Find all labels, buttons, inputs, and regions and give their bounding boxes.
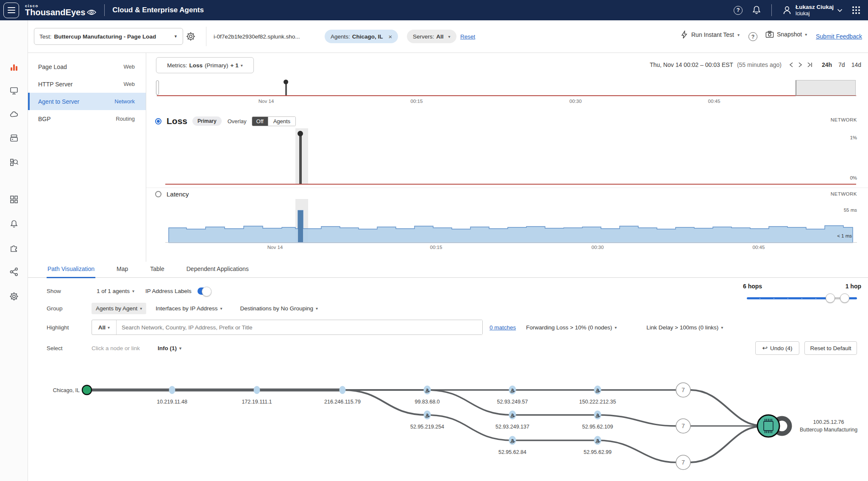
info-select[interactable]: Info (1)▾ xyxy=(158,345,181,351)
loss-spike-bar xyxy=(299,134,302,184)
user-menu[interactable]: Łukasz Ciukaj lciukaj xyxy=(782,4,843,17)
hops-slider-handle-left[interactable] xyxy=(826,293,835,303)
path-node-amazon[interactable]: a xyxy=(594,436,601,445)
rail-internet-insights-icon[interactable] xyxy=(6,154,22,171)
highlight-row: Highlight All▾ 0 matches Forwarding Loss… xyxy=(28,319,833,335)
rail-cloud-icon[interactable] xyxy=(6,106,22,123)
metrics-selector-button[interactable]: Metrics: Loss (Primary) + 1 ▾ xyxy=(156,57,254,73)
test-settings-gear-icon[interactable] xyxy=(186,31,196,41)
path-node-label: 172.19.111.1 xyxy=(242,399,272,405)
path-node-amazon[interactable]: a xyxy=(509,386,516,395)
caret-down-icon: ▾ xyxy=(805,32,807,37)
submit-feedback-link[interactable]: Submit Feedback xyxy=(816,33,862,40)
brush-selection-region[interactable] xyxy=(796,80,856,96)
metric-type: Routing xyxy=(116,116,135,122)
metric-item-agent-to-server[interactable]: Agent to Server Network xyxy=(28,93,146,110)
hops-slider[interactable] xyxy=(747,297,857,299)
path-node-label: 10.219.11.48 xyxy=(157,399,187,405)
brush-handle-left[interactable] xyxy=(156,80,159,95)
rail-dashboards-icon[interactable] xyxy=(6,191,22,208)
path-node[interactable] xyxy=(254,386,260,394)
path-node-amazon[interactable]: a xyxy=(594,411,601,420)
next-interval-icon[interactable] xyxy=(798,62,803,68)
slider-tick xyxy=(760,298,760,299)
range-24h-button[interactable]: 24h xyxy=(822,61,832,68)
bell-icon[interactable] xyxy=(752,5,761,15)
latency-radio[interactable] xyxy=(155,191,161,197)
latest-interval-icon[interactable] xyxy=(807,62,813,68)
time-marker-handle[interactable] xyxy=(298,131,303,136)
metric-item-http-server[interactable]: HTTP Server Web xyxy=(28,75,146,93)
caret-down-icon: ▾ xyxy=(448,34,451,39)
reset-filters-link[interactable]: Reset xyxy=(460,33,475,40)
rail-alerts-icon[interactable] xyxy=(6,216,22,232)
reset-to-default-button[interactable]: Reset to Default xyxy=(804,341,857,355)
snapshot-button[interactable]: Snapshot ▾ xyxy=(765,30,807,38)
path-node-amazon[interactable]: a xyxy=(424,411,431,420)
test-selector[interactable]: Test: Buttercup Manufacturing - Page Loa… xyxy=(34,28,183,45)
thousandeyes-wordmark: ThousandEyes xyxy=(25,8,85,17)
range-14d-button[interactable]: 14d xyxy=(851,61,861,68)
prev-interval-icon[interactable] xyxy=(789,62,794,68)
overlay-off-button[interactable]: Off xyxy=(252,117,268,126)
rail-endpoints-icon[interactable] xyxy=(6,82,22,99)
forwarding-loss-filter[interactable]: Forwarding Loss > 10% (0 nodes)▾ xyxy=(526,324,617,331)
help-icon[interactable]: ? xyxy=(748,32,757,41)
highlight-scope-select[interactable]: All▾ xyxy=(92,320,117,334)
path-link[interactable] xyxy=(690,427,757,462)
apps-grid-icon[interactable] xyxy=(852,6,860,14)
overlay-agents-button[interactable]: Agents xyxy=(268,117,295,126)
undo-button[interactable]: ↩ Undo (4) xyxy=(755,341,799,355)
agents-shown-select[interactable]: 1 of 1 agents▾ xyxy=(97,288,134,294)
tab-dependent-applications[interactable]: Dependent Applications xyxy=(186,261,250,277)
latency-chart[interactable] xyxy=(165,199,857,243)
target-node[interactable] xyxy=(757,415,779,437)
target-ip-label: 100.25.12.76 xyxy=(813,419,844,425)
help-icon[interactable]: ? xyxy=(734,6,743,15)
time-marker-bar[interactable] xyxy=(285,83,287,95)
rail-agents-icon[interactable] xyxy=(6,59,22,76)
hamburger-menu-button[interactable] xyxy=(3,3,19,18)
primary-badge: Primary xyxy=(192,116,222,126)
path-node[interactable] xyxy=(339,386,346,394)
loss-chart[interactable] xyxy=(165,128,856,185)
group-agents-select[interactable]: Agents by Agent▾ xyxy=(92,303,146,314)
agents-filter-chip[interactable]: Agents: Chicago, IL × xyxy=(325,30,398,43)
rail-devices-icon[interactable] xyxy=(6,130,22,147)
path-node-amazon[interactable]: a xyxy=(509,436,516,445)
metric-type: Web xyxy=(124,64,135,70)
test-toolbar: Test: Buttercup Manufacturing - Page Loa… xyxy=(28,20,868,53)
forwarding-loss-value: Forwarding Loss > 10% (0 nodes) xyxy=(526,324,612,331)
rail-settings-icon[interactable] xyxy=(6,288,22,305)
metric-item-page-load[interactable]: Page Load Web xyxy=(28,58,146,75)
group-interfaces-select[interactable]: Interfaces by IP Address▾ xyxy=(156,305,222,312)
left-rail xyxy=(0,20,28,481)
hops-slider-handle-right[interactable] xyxy=(840,293,849,303)
matches-link[interactable]: 0 matches xyxy=(490,324,516,331)
latency-chart-header: Latency xyxy=(155,191,189,198)
link-delay-filter[interactable]: Link Delay > 100ms (0 links)▾ xyxy=(646,324,723,331)
rail-integrations-icon[interactable] xyxy=(6,240,22,257)
servers-filter-chip[interactable]: Servers: All ▾ xyxy=(407,30,456,43)
ip-address-labels-toggle[interactable] xyxy=(198,287,211,295)
rail-sharing-icon[interactable] xyxy=(6,263,22,280)
range-7d-button[interactable]: 7d xyxy=(838,61,845,68)
tab-table[interactable]: Table xyxy=(149,261,165,277)
tab-map[interactable]: Map xyxy=(116,261,129,277)
timeline-overview-strip[interactable] xyxy=(156,80,856,97)
run-instant-test-button[interactable]: Run Instant Test ▾ xyxy=(681,30,740,39)
metric-item-bgp[interactable]: BGP Routing xyxy=(28,110,146,127)
path-link[interactable] xyxy=(690,390,757,425)
path-visualization-canvas[interactable]: Chicago, IL a a a a a a a a 7 7 7 xyxy=(28,363,868,481)
group-destinations-select[interactable]: Destinations by No Grouping▾ xyxy=(240,305,318,312)
agent-node[interactable] xyxy=(82,385,92,395)
path-node-amazon[interactable]: a xyxy=(424,386,431,395)
path-node[interactable] xyxy=(169,386,175,394)
time-marker-handle[interactable] xyxy=(284,80,288,84)
path-node-amazon[interactable]: a xyxy=(509,411,516,420)
tab-path-visualization[interactable]: Path Visualization xyxy=(47,261,95,278)
path-node-amazon[interactable]: a xyxy=(594,386,601,395)
close-icon[interactable]: × xyxy=(389,33,392,40)
loss-radio[interactable] xyxy=(155,118,161,124)
highlight-search-input[interactable] xyxy=(117,320,482,334)
